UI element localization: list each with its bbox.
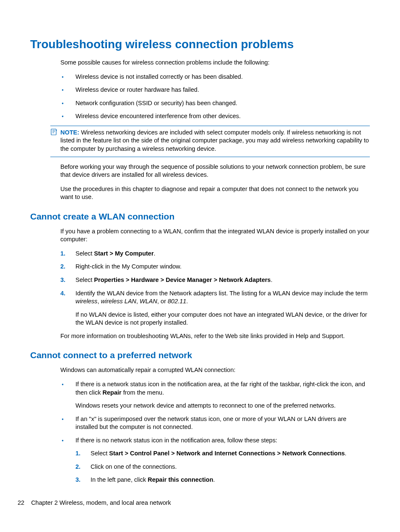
item-text: from the menu. <box>122 389 164 396</box>
page-title: Troubleshooting wireless connection prob… <box>30 38 370 51</box>
note-box: NOTE: Wireless networking devices are in… <box>50 126 370 157</box>
step-bold: Repair this connection <box>148 476 213 483</box>
list-item: Wireless device or router hardware has f… <box>60 86 370 94</box>
step-text: , or <box>157 298 168 305</box>
step-text: . <box>345 450 346 457</box>
step-bold: Properties > Hardware > Device Manager >… <box>94 276 270 283</box>
section-title: Cannot create a WLAN connection <box>30 212 370 222</box>
step-bold: Start > My Computer <box>94 250 153 257</box>
section-intro: If you have a problem connecting to a WL… <box>60 227 370 244</box>
nested-steps: Select Start > Control Panel > Network a… <box>75 449 370 484</box>
list-item: Right-click in the My Computer window. <box>60 263 370 271</box>
list-item: In the left pane, click Repair this conn… <box>75 476 370 484</box>
section-intro: Windows can automatically repair a corru… <box>60 366 370 374</box>
list-item: Select Start > Control Panel > Network a… <box>75 449 370 458</box>
intro-text: Some possible causes for wireless connec… <box>60 59 370 67</box>
note-text: Wireless networking devices are included… <box>60 129 369 152</box>
list-item: Identify the WLAN device from the Networ… <box>60 289 370 327</box>
step-text: . <box>186 298 188 305</box>
step-text: . <box>154 250 156 257</box>
step-italic: wireless LAN <box>101 298 136 305</box>
list-item: Wireless device encountered interference… <box>60 112 370 121</box>
list-item: If an "x" is superimposed over the netwo… <box>60 415 370 431</box>
step-text: . <box>271 276 273 283</box>
step-text: Select <box>91 450 109 457</box>
chapter-label: Chapter 2 Wireless, modem, and local are… <box>31 499 171 506</box>
preferred-network-list: If there is a network status icon in the… <box>60 380 370 484</box>
step-text: Select <box>75 250 94 257</box>
step-text: Select <box>75 276 94 283</box>
section-title: Cannot connect to a preferred network <box>30 350 370 360</box>
item-bold: Repair <box>102 389 121 396</box>
step-text: , <box>136 298 140 305</box>
page-number: 22 <box>18 499 24 506</box>
step-text: In the left pane, click <box>91 476 148 483</box>
list-item: Wireless device is not installed correct… <box>60 73 370 81</box>
body-text: Before working your way through the sequ… <box>60 163 370 179</box>
step-italic: 802.11 <box>168 298 186 305</box>
body-text: Use the procedures in this chapter to di… <box>60 185 370 201</box>
section-outro: For more information on troubleshooting … <box>60 332 370 341</box>
step-sub-text: If no WLAN device is listed, either your… <box>75 311 370 327</box>
item-sub-text: Windows resets your network device and a… <box>75 402 370 410</box>
list-item: Network configuration (SSID or security)… <box>60 99 370 108</box>
wlan-steps: Select Start > My Computer. Right-click … <box>60 250 370 327</box>
step-bold: Start > Control Panel > Network and Inte… <box>109 450 345 457</box>
list-item: If there is a network status icon in the… <box>60 380 370 410</box>
list-item: Select Start > My Computer. <box>60 250 370 258</box>
list-item: Click on one of the connections. <box>75 463 370 471</box>
step-italic: WLAN <box>140 298 157 305</box>
page-footer: 22Chapter 2 Wireless, modem, and local a… <box>18 499 171 506</box>
step-text: . <box>213 476 215 483</box>
step-text: Identify the WLAN device from the Networ… <box>75 290 368 297</box>
item-text: If there is no network status icon in th… <box>75 437 277 444</box>
note-label: NOTE: <box>60 129 79 136</box>
svg-rect-0 <box>51 129 56 135</box>
causes-list: Wireless device is not installed correct… <box>60 73 370 121</box>
step-italic: wireless <box>75 298 97 305</box>
note-icon <box>50 129 58 135</box>
list-item: If there is no network status icon in th… <box>60 436 370 484</box>
list-item: Select Properties > Hardware > Device Ma… <box>60 276 370 284</box>
